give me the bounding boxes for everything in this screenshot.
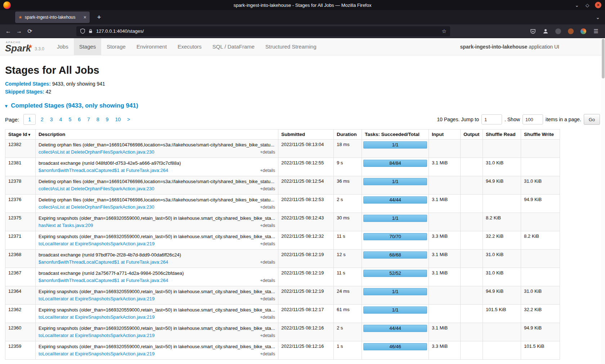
stage-description: Deleting orphan files (older_than=166910… bbox=[39, 178, 275, 185]
spark-nav-executors[interactable]: Executors bbox=[172, 38, 207, 55]
skipped-stages-link[interactable]: Skipped Stages: bbox=[5, 89, 44, 95]
application-ui-label: spark-ingest-into-lakehouse application … bbox=[460, 44, 605, 50]
go-button[interactable]: Go bbox=[584, 114, 600, 125]
scrollbar-thumb[interactable] bbox=[602, 39, 605, 78]
details-toggle[interactable]: +details bbox=[260, 259, 275, 265]
stage-row: 12367 broadcast exchange (runId 2a75677f… bbox=[5, 268, 560, 286]
connection-lock-icon[interactable] bbox=[88, 29, 93, 33]
spark-app-header: APACHE Spark★ 3.3.0 JobsStagesStorageEnv… bbox=[0, 38, 605, 55]
stage-callsite-link[interactable]: $anonfun$withThreadLocalCaptured$1 at Fu… bbox=[39, 167, 168, 173]
extension-badge-icon[interactable] bbox=[555, 28, 561, 35]
new-tab-button[interactable]: + bbox=[95, 13, 103, 21]
shuffle-write-cell: 94.9 KiB bbox=[521, 195, 560, 213]
submitted-cell: 2022/11/25 08:13:04 bbox=[278, 140, 334, 158]
shuffle-write-cell bbox=[521, 213, 560, 231]
stage-callsite-link[interactable]: collectAsList at DeleteOrphanFilesSparkA… bbox=[39, 186, 154, 192]
account-icon[interactable] bbox=[542, 28, 549, 35]
completed-stages-link[interactable]: Completed Stages: bbox=[5, 81, 51, 87]
list-all-tabs-button[interactable]: ⌄ bbox=[596, 14, 600, 20]
stage-callsite-link[interactable]: collectAsList at DeleteOrphanFilesSparkA… bbox=[39, 149, 154, 155]
duration-cell: 18 ms bbox=[334, 140, 362, 158]
column-header-shuffle-write[interactable]: Shuffle Write bbox=[521, 129, 560, 140]
submitted-cell: 2022/11/25 08:12:43 bbox=[278, 213, 334, 231]
bookmark-star-icon[interactable]: ☆ bbox=[442, 28, 447, 35]
page-link-4[interactable]: 4 bbox=[59, 117, 62, 122]
completed-stages-section-toggle[interactable]: ▾ Completed Stages (9433, only showing 9… bbox=[5, 102, 600, 109]
column-header-stage-id[interactable]: Stage Id ▾ bbox=[5, 129, 36, 140]
url-text[interactable]: 127.0.0.1:4040/stages/ bbox=[96, 28, 442, 34]
stage-callsite-link[interactable]: toLocalIterator at ExpireSnapshotsSparkA… bbox=[39, 332, 154, 338]
description-cell: Expiring snapshots (older_than=166932055… bbox=[36, 286, 278, 305]
column-header-submitted[interactable]: Submitted bbox=[278, 129, 334, 140]
details-toggle[interactable]: +details bbox=[260, 204, 275, 210]
stage-callsite-link[interactable]: collectAsList at DeleteOrphanFilesSparkA… bbox=[39, 204, 154, 210]
window-minimize-button[interactable]: ⌄ bbox=[574, 3, 580, 8]
page-next-link[interactable]: > bbox=[127, 117, 130, 122]
tracking-protection-shield-icon[interactable] bbox=[80, 28, 85, 34]
jump-to-page-input[interactable] bbox=[481, 114, 502, 124]
page-content: Stages for All Jobs Completed Stages: 94… bbox=[0, 64, 605, 360]
stage-row: 12368 broadcast exchange (runId 97bdf70e… bbox=[5, 250, 560, 268]
column-header-shuffle-read[interactable]: Shuffle Read bbox=[483, 129, 521, 140]
stage-callsite-link[interactable]: toLocalIterator at ExpireSnapshotsSparkA… bbox=[39, 351, 154, 357]
page-link-5[interactable]: 5 bbox=[68, 117, 71, 122]
column-header-duration[interactable]: Duration bbox=[334, 129, 362, 140]
stage-callsite-link[interactable]: toLocalIterator at ExpireSnapshotsSparkA… bbox=[39, 241, 154, 247]
items-per-page-input[interactable] bbox=[523, 114, 543, 124]
details-toggle[interactable]: +details bbox=[260, 149, 275, 155]
stage-description: Expiring snapshots (older_than=166932055… bbox=[39, 307, 275, 313]
page-link-9[interactable]: 9 bbox=[106, 117, 109, 122]
column-header-input[interactable]: Input bbox=[429, 129, 461, 140]
column-header-tasks-succeeded-total[interactable]: Tasks: Succeeded/Total bbox=[362, 129, 429, 140]
profile-avatar-icon[interactable] bbox=[568, 28, 574, 35]
pagination-controls: 10 Pages. Jump to . Show items in a page… bbox=[437, 114, 600, 125]
details-toggle[interactable]: +details bbox=[260, 351, 275, 357]
page-link-10[interactable]: 10 bbox=[115, 117, 121, 122]
forward-button[interactable]: → bbox=[14, 26, 24, 36]
stage-callsite-link[interactable]: toLocalIterator at ExpireSnapshotsSparkA… bbox=[39, 296, 154, 302]
page-link-1[interactable]: 1 bbox=[23, 114, 36, 125]
submitted-cell: 2022/11/25 08:12:54 bbox=[278, 176, 334, 195]
details-toggle[interactable]: +details bbox=[260, 241, 275, 247]
spark-nav-jobs[interactable]: Jobs bbox=[51, 38, 74, 55]
details-toggle[interactable]: +details bbox=[260, 223, 275, 229]
column-header-description[interactable]: Description bbox=[36, 129, 278, 140]
details-toggle[interactable]: +details bbox=[260, 186, 275, 192]
stage-callsite-link[interactable]: hasNext at Tasks.java:209 bbox=[39, 222, 93, 228]
stage-callsite-link[interactable]: $anonfun$withThreadLocalCaptured$1 at Fu… bbox=[39, 277, 168, 283]
url-bar[interactable]: 127.0.0.1:4040/stages/ ☆ bbox=[76, 26, 450, 36]
details-toggle[interactable]: +details bbox=[260, 278, 275, 284]
tasks-progress-bar: 1/1 bbox=[363, 178, 427, 185]
details-toggle[interactable]: +details bbox=[260, 168, 275, 174]
extension-pinwheel-icon[interactable] bbox=[580, 28, 587, 35]
spark-nav-storage[interactable]: Storage bbox=[101, 38, 131, 55]
details-toggle[interactable]: +details bbox=[260, 314, 275, 320]
input-cell: 3.1 MiB bbox=[429, 268, 461, 286]
page-link-6[interactable]: 6 bbox=[78, 117, 81, 122]
details-toggle[interactable]: +details bbox=[260, 333, 275, 339]
stage-callsite-link[interactable]: $anonfun$withThreadLocalCaptured$1 at Fu… bbox=[39, 259, 168, 265]
window-close-button[interactable]: × bbox=[595, 2, 601, 8]
tab-close-button[interactable]: × bbox=[84, 14, 86, 20]
reload-button[interactable]: ⟳ bbox=[24, 26, 35, 36]
page-scrollbar[interactable] bbox=[601, 38, 605, 364]
page-link-7[interactable]: 7 bbox=[87, 117, 90, 122]
page-link-3[interactable]: 3 bbox=[50, 117, 53, 122]
menu-icon[interactable]: ☰ bbox=[593, 28, 599, 35]
page-link-2[interactable]: 2 bbox=[41, 117, 44, 122]
spark-logo[interactable]: APACHE Spark★ 3.3.0 bbox=[5, 41, 44, 53]
stage-description: broadcast exchange (runId 2a75677f-a771-… bbox=[39, 270, 275, 276]
stage-callsite-link[interactable]: toLocalIterator at ExpireSnapshotsSparkA… bbox=[39, 314, 154, 320]
browser-tab[interactable]: ★ spark-ingest-into-lakehous × bbox=[15, 12, 90, 23]
pocket-icon[interactable] bbox=[530, 28, 536, 35]
details-toggle[interactable]: +details bbox=[260, 296, 275, 302]
spark-nav-stages[interactable]: Stages bbox=[74, 38, 102, 55]
window-maximize-button[interactable]: ◇ bbox=[584, 3, 590, 8]
spark-nav-sql-dataframe[interactable]: SQL / DataFrame bbox=[207, 38, 260, 55]
spark-nav-structured-streaming[interactable]: Structured Streaming bbox=[260, 38, 322, 55]
back-button[interactable]: ← bbox=[3, 26, 14, 36]
page-link-8[interactable]: 8 bbox=[97, 117, 99, 122]
spark-nav-environment[interactable]: Environment bbox=[131, 38, 172, 55]
shuffle-write-cell bbox=[521, 250, 560, 268]
column-header-output[interactable]: Output bbox=[461, 129, 483, 140]
